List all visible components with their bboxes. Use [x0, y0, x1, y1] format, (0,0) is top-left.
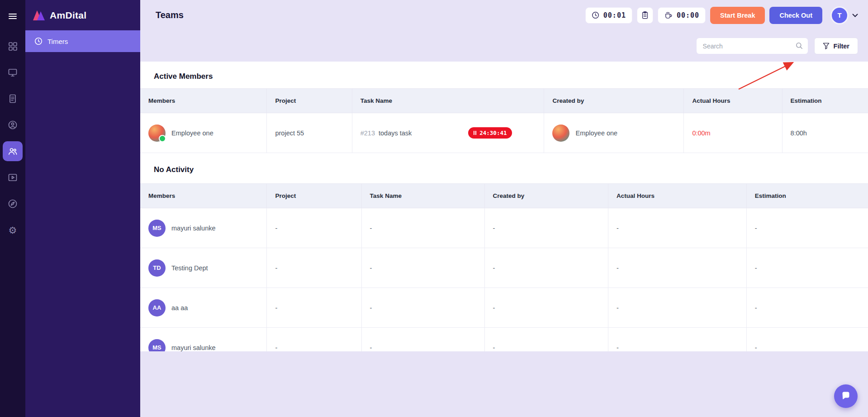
member-avatar: AA — [148, 299, 166, 316]
app-root: ⚙ AmDital Timers Teams 0 — [0, 0, 868, 417]
cell-created-by: - — [484, 248, 608, 288]
member-name: Testing Dept — [171, 264, 208, 272]
table-header-row: Members Project Task Name Created by Act… — [140, 184, 868, 208]
running-timer-badge[interactable]: 24:30:41 — [468, 127, 512, 139]
cell-estimation: - — [746, 208, 868, 248]
cell-created-by: - — [484, 208, 608, 248]
dashboard-grid-icon[interactable] — [3, 36, 23, 56]
cell-task: #213 todays task 24:30:41 — [352, 113, 544, 153]
teams-people-icon[interactable] — [3, 141, 23, 161]
col-actual-hours: Actual Hours — [684, 89, 782, 113]
break-timer-value: 00:00 — [677, 11, 699, 19]
cell-project: - — [267, 248, 361, 288]
cell-task: - — [361, 208, 484, 248]
running-timer-value: 24:30:41 — [479, 129, 507, 136]
member-name: aa aa — [171, 304, 188, 312]
filter-button[interactable]: Filter — [814, 38, 858, 54]
compass-icon[interactable] — [3, 194, 23, 214]
cell-task: - — [361, 288, 484, 328]
cell-member: MS mayuri salunke — [140, 208, 267, 248]
member-name: mayuri salunke — [171, 344, 216, 351]
settings-gear-icon[interactable]: ⚙ — [3, 220, 23, 240]
content-area: Active Members Members Project Task Name… — [140, 62, 868, 417]
cell-member: AA aa aa — [140, 288, 267, 328]
cell-project: - — [267, 208, 361, 248]
contact-icon[interactable] — [3, 115, 23, 135]
pause-icon — [474, 131, 476, 135]
creator-name: Employee one — [575, 129, 617, 137]
section-title-no-activity: No Activity — [140, 153, 868, 183]
gear-glyph: ⚙ — [9, 225, 17, 235]
cell-task: - — [361, 328, 484, 352]
table-row: Employee one project 55 #213 todays task — [140, 113, 868, 153]
cell-actual-hours: - — [608, 248, 747, 288]
icon-rail: ⚙ — [0, 0, 25, 417]
col-created-by: Created by — [484, 184, 608, 208]
col-estimation: Estimation — [746, 184, 868, 208]
avatar: T — [830, 6, 849, 24]
no-activity-table: Members Project Task Name Created by Act… — [140, 183, 868, 351]
cell-project: - — [267, 288, 361, 328]
document-icon[interactable] — [3, 89, 23, 109]
cell-actual-hours: - — [608, 288, 747, 328]
filter-funnel-icon — [823, 43, 830, 49]
cell-actual-hours: - — [608, 328, 747, 352]
cell-project: - — [267, 328, 361, 352]
task-name: todays task — [379, 129, 412, 137]
start-break-button[interactable]: Start Break — [710, 7, 765, 24]
brand-logo[interactable]: AmDital — [25, 0, 140, 30]
table-row: TD Testing Dept - - - - - — [140, 248, 868, 288]
cell-actual-hours: - — [608, 208, 747, 248]
cell-member: TD Testing Dept — [140, 248, 267, 288]
section-title-active-members: Active Members — [140, 62, 868, 88]
screen-video-icon[interactable] — [3, 168, 23, 187]
check-out-button[interactable]: Check Out — [769, 7, 822, 24]
monitor-icon[interactable] — [3, 62, 23, 82]
member-avatar: MS — [148, 220, 166, 237]
clock-icon — [34, 37, 43, 45]
sidebar-item-timers[interactable]: Timers — [25, 30, 140, 52]
member-avatar: MS — [148, 339, 166, 352]
col-estimation: Estimation — [782, 89, 868, 113]
active-members-table: Members Project Task Name Created by Act… — [140, 88, 868, 153]
table-row: AA aa aa - - - - - — [140, 288, 868, 328]
sidebar-item-label: Timers — [47, 38, 68, 45]
header-controls: 00:01 00:00 Start Break Check Out T — [585, 6, 858, 24]
chevron-down-icon — [852, 14, 858, 17]
cell-created-by: Employee one — [544, 113, 684, 153]
col-task-name: Task Name — [352, 89, 544, 113]
col-members: Members — [140, 184, 267, 208]
search-input[interactable] — [697, 38, 808, 54]
coffee-cup-icon — [664, 11, 673, 19]
hamburger-menu-icon[interactable] — [3, 6, 23, 26]
cell-estimation: - — [746, 288, 868, 328]
page-title: Teams — [156, 10, 184, 20]
timesheet-icon[interactable] — [637, 7, 653, 24]
col-task-name: Task Name — [361, 184, 484, 208]
col-project: Project — [267, 89, 352, 113]
cell-project: project 55 — [267, 113, 352, 153]
table-row: MS mayuri salunke - - - - - — [140, 328, 868, 352]
sidebar: AmDital Timers — [25, 0, 140, 417]
task-id: #213 — [360, 129, 375, 137]
filter-label: Filter — [834, 43, 849, 50]
col-members: Members — [140, 89, 267, 113]
search-icon — [796, 42, 803, 49]
cell-member: Employee one — [140, 113, 267, 153]
main-area: Teams 00:01 00:00 Start Break — [140, 0, 868, 417]
cell-estimation: 8:00h — [782, 113, 868, 153]
table-row: MS mayuri salunke - - - - - — [140, 208, 868, 248]
cell-task: - — [361, 248, 484, 288]
user-menu[interactable]: T — [830, 6, 858, 24]
cell-member: MS mayuri salunke — [140, 328, 267, 352]
col-project: Project — [267, 184, 361, 208]
work-timer-chip: 00:01 — [585, 7, 632, 24]
table-header-row: Members Project Task Name Created by Act… — [140, 89, 868, 113]
chat-bubble-icon — [840, 391, 851, 402]
col-created-by: Created by — [544, 89, 684, 113]
amdital-logo-icon — [33, 10, 45, 21]
col-actual-hours: Actual Hours — [608, 184, 747, 208]
chat-widget-button[interactable] — [834, 384, 858, 408]
cell-created-by: - — [484, 328, 608, 352]
tables-panel: Active Members Members Project Task Name… — [140, 62, 868, 351]
